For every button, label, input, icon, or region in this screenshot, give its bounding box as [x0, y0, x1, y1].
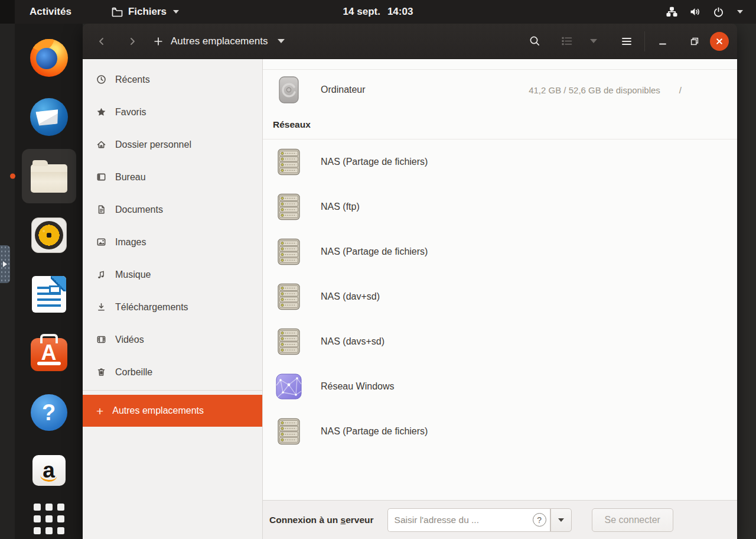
close-button[interactable]: [710, 32, 729, 51]
sidebar-item-label: Musique: [115, 270, 151, 280]
image-placeholder: [49, 285, 61, 294]
app-menu-label: Fichiers: [128, 6, 167, 18]
network-label: NAS (ftp): [321, 202, 360, 212]
app-menu-button[interactable]: Fichiers: [112, 6, 179, 18]
network-label: NAS (Partage de fichiers): [321, 426, 428, 437]
location-label: Autres emplacements: [171, 35, 268, 47]
image-icon: [96, 237, 106, 247]
dock-item-help[interactable]: ?: [30, 394, 68, 431]
activities-button[interactable]: Activités: [30, 6, 71, 18]
restore-button[interactable]: [683, 30, 706, 53]
minimize-button[interactable]: [651, 30, 674, 53]
music-icon: [96, 270, 106, 280]
power-icon: [713, 7, 724, 18]
dock-item-ubuntu-software[interactable]: A: [30, 335, 68, 372]
network-row[interactable]: NAS (Partage de fichiers): [263, 139, 737, 184]
home-icon: [96, 139, 106, 150]
dock-item-app-grid[interactable]: [30, 501, 68, 539]
headerbar-separator: [644, 31, 645, 51]
server-icon: [275, 193, 303, 221]
help-circle-icon: ?: [533, 513, 546, 527]
app-grid-icon: [34, 504, 64, 534]
clock-time: 14:03: [387, 6, 413, 18]
network-label: NAS (dav+sd): [321, 291, 380, 302]
windows-network-icon: [275, 372, 303, 401]
dock-item-files[interactable]: [22, 149, 76, 203]
clock-date: 14 sept.: [343, 6, 380, 18]
network-row[interactable]: NAS (davs+sd): [263, 319, 737, 364]
sidebar-item-downloads[interactable]: Téléchargements: [83, 291, 262, 323]
label-mnemonic: s: [341, 515, 346, 525]
address-help-button[interactable]: ?: [529, 508, 550, 532]
sidebar-item-label: Récents: [115, 74, 150, 85]
dock-item-amazon[interactable]: a: [30, 453, 68, 491]
server-address-input[interactable]: [387, 508, 529, 532]
list-view-button[interactable]: [555, 30, 578, 53]
sidebar-item-music[interactable]: Musique: [83, 258, 262, 291]
document-icon: [96, 204, 106, 215]
server-icon: [275, 238, 303, 266]
search-button[interactable]: [523, 30, 546, 53]
trash-icon: [96, 367, 106, 377]
sidebar-item-pictures[interactable]: Images: [83, 226, 262, 258]
chevron-down-icon: [173, 10, 179, 14]
sidebar-item-videos[interactable]: Vidéos: [83, 323, 262, 356]
network-label: Réseau Windows: [321, 381, 395, 392]
disk-usage: 41,2 GB / 52,6 GB de disponibles: [529, 85, 660, 95]
gnome-top-bar: Activités Fichiers 14 sept. 14:03: [0, 0, 756, 24]
firefox-icon: [30, 39, 68, 77]
network-row[interactable]: NAS (dav+sd): [263, 274, 737, 319]
running-indicator-dot: [10, 174, 15, 179]
star-icon: [96, 107, 106, 117]
location-button[interactable]: Autres emplacements: [154, 35, 285, 47]
sidebar-item-desktop[interactable]: Bureau: [83, 161, 262, 193]
clock-button[interactable]: 14 sept. 14:03: [343, 6, 413, 18]
chevron-down-icon: [590, 39, 597, 43]
dock-item-thunderbird[interactable]: [30, 98, 68, 136]
window-body: Récents Favoris Dossier personnel Bureau…: [83, 59, 737, 539]
sidebar-item-label: Téléchargements: [115, 302, 188, 313]
menu-button[interactable]: [615, 30, 638, 53]
label-prefix: Connexion à un: [269, 515, 341, 525]
computer-row[interactable]: Ordinateur 41,2 GB / 52,6 GB de disponib…: [263, 70, 737, 110]
network-label: NAS (davs+sd): [321, 336, 384, 347]
network-label: NAS (Partage de fichiers): [321, 157, 428, 167]
system-status-area[interactable]: [666, 0, 743, 24]
plus-icon: [154, 37, 163, 46]
sidebar-item-starred[interactable]: Favoris: [83, 96, 262, 128]
drawer-handle[interactable]: [0, 245, 10, 283]
dock-item-firefox[interactable]: [30, 39, 68, 77]
amazon-icon: a: [32, 455, 66, 486]
dock-item-libreoffice-writer[interactable]: [30, 275, 68, 313]
video-icon: [96, 335, 106, 345]
server-icon: [275, 417, 303, 446]
hard-disk-icon: [275, 76, 303, 104]
sidebar-item-recents[interactable]: Récents: [83, 63, 262, 96]
volume-icon: [689, 7, 701, 17]
server-icon: [275, 148, 303, 176]
network-row[interactable]: Réseau Windows: [263, 364, 737, 409]
dock-item-rhythmbox[interactable]: [30, 216, 68, 254]
recent-servers-dropdown[interactable]: [550, 508, 572, 532]
network-row[interactable]: NAS (Partage de fichiers): [263, 409, 737, 454]
libreoffice-writer-icon: [32, 276, 66, 313]
sidebar-item-label: Images: [115, 237, 146, 248]
network-row[interactable]: NAS (Partage de fichiers): [263, 229, 737, 274]
sidebar-item-label: Bureau: [115, 172, 146, 183]
sidebar-item-other-locations[interactable]: + Autres emplacements: [83, 395, 262, 427]
network-row[interactable]: NAS (ftp): [263, 184, 737, 229]
software-letter: A: [41, 340, 57, 365]
label-suffix: erveur: [346, 515, 373, 525]
back-button[interactable]: [90, 30, 113, 53]
sidebar-item-documents[interactable]: Documents: [83, 193, 262, 226]
network-label: NAS (Partage de fichiers): [321, 246, 428, 257]
connect-server-bar: Connexion à un serveur ? Se connecter: [263, 500, 737, 539]
location-chevron-icon: [278, 39, 285, 43]
view-options-button[interactable]: [582, 30, 605, 53]
sidebar-item-trash[interactable]: Corbeille: [83, 356, 262, 388]
headerbar-actions: [523, 30, 737, 53]
sidebar-item-home[interactable]: Dossier personnel: [83, 128, 262, 161]
connect-button[interactable]: Se connecter: [592, 508, 673, 532]
folder-icon: [112, 7, 123, 17]
forward-button[interactable]: [120, 30, 144, 53]
